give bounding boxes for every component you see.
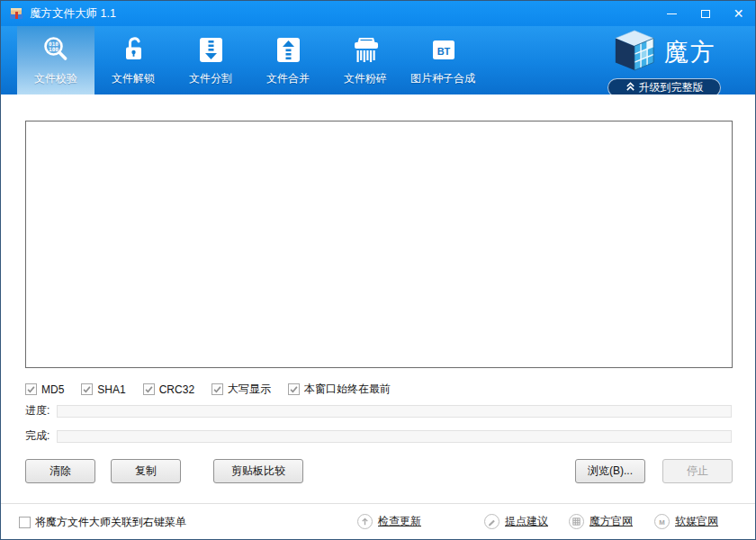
tab-file-split[interactable]: 文件分割 (172, 26, 249, 94)
checkbox-label: 大写显示 (228, 382, 271, 397)
checkbox-md5[interactable]: MD5 (25, 383, 64, 396)
close-icon: ✕ (734, 7, 744, 20)
minimize-icon (667, 14, 677, 14)
tab-label: 文件分割 (189, 71, 232, 86)
svg-text:M: M (659, 518, 664, 526)
check-mark (146, 387, 152, 392)
copy-button[interactable]: 复制 (111, 459, 181, 483)
check-mark (291, 387, 297, 392)
checkbox-always-on-top[interactable]: 本窗口始终在最前 (288, 382, 391, 397)
checkbox-sha1[interactable]: SHA1 (81, 383, 125, 396)
checkbox-crc32[interactable]: CRC32 (143, 383, 194, 396)
link-label: 提点建议 (505, 514, 548, 529)
link-label: 检查更新 (378, 514, 421, 529)
tool-tabs: 010 100 文件校验 文件解锁 (17, 26, 482, 94)
associate-context-menu-checkbox[interactable]: 将魔方文件大师关联到右键菜单 (19, 515, 186, 530)
tab-image-seed[interactable]: BT 图片种子合成 (404, 26, 482, 94)
window-controls: ✕ (655, 1, 755, 26)
checkbox-box (288, 383, 300, 395)
checkbox-label: 本窗口始终在最前 (304, 382, 391, 397)
split-zipper-down-icon (195, 32, 226, 68)
check-update-link[interactable]: 检查更新 (357, 514, 421, 529)
complete-bar (57, 430, 732, 443)
tab-file-merge[interactable]: 文件合并 (249, 26, 327, 94)
clear-button[interactable]: 清除 (25, 459, 95, 483)
app-window: 魔方文件大师 1.1 ✕ 010 100 文件校验 (0, 0, 756, 540)
file-checksum-list[interactable] (25, 121, 733, 368)
unlock-padlock-icon (118, 32, 148, 68)
checkbox-box (143, 383, 155, 395)
checksum-magnifier-icon: 010 100 (40, 32, 71, 68)
progress-bar (57, 405, 732, 418)
maximize-button[interactable] (688, 1, 722, 26)
checkbox-label: SHA1 (97, 383, 125, 396)
statusbar: 将魔方文件大师关联到右键菜单 检查更新 提点建议 魔方官网 M 软媒官网 (1, 503, 755, 539)
check-mark (214, 387, 220, 392)
minimize-button[interactable] (655, 1, 688, 26)
maximize-icon (701, 10, 710, 18)
progress-label: 进度: (25, 403, 57, 418)
double-chevron-up-icon (626, 81, 635, 94)
check-mark (84, 387, 90, 392)
checkbox-label: 将魔方文件大师关联到右键菜单 (35, 515, 186, 530)
complete-label: 完成: (25, 428, 57, 444)
browse-button[interactable]: 浏览(B)... (575, 459, 645, 483)
tab-file-checksum[interactable]: 010 100 文件校验 (17, 26, 94, 94)
app-icon (9, 6, 23, 21)
svg-text:100: 100 (49, 46, 58, 52)
clipboard-compare-button[interactable]: 剪贴板比较 (213, 459, 303, 483)
bt-badge-icon: BT (428, 32, 458, 68)
brand-logo-text: 魔方 (664, 36, 716, 68)
link-label: 魔方官网 (590, 514, 633, 529)
stop-button[interactable]: 停止 (662, 459, 733, 483)
tab-label: 文件解锁 (112, 71, 155, 86)
main-panel: MD5 SHA1 CRC32 大写显示 本窗口始终在最前 进度: (1, 94, 755, 503)
tab-label: 文件粉碎 (344, 71, 387, 86)
shredder-icon (350, 32, 381, 68)
tab-file-unlock[interactable]: 文件解锁 (94, 26, 172, 94)
progress-row: 进度: (25, 404, 732, 418)
brand-area: 魔方 升级到完整版 (606, 28, 723, 97)
checkbox-label: CRC32 (159, 383, 194, 396)
ruanmei-site-link[interactable]: M 软媒官网 (654, 514, 718, 529)
complete-row: 完成: (25, 429, 732, 443)
tab-label: 文件合并 (266, 71, 310, 86)
tab-label: 文件校验 (34, 71, 77, 86)
suggestion-link[interactable]: 提点建议 (484, 514, 548, 529)
checkbox-label: MD5 (41, 383, 64, 396)
upgrade-label: 升级到完整版 (639, 80, 704, 95)
suggestion-pencil-icon (484, 514, 500, 529)
checksum-options: MD5 SHA1 CRC32 大写显示 本窗口始终在最前 (25, 382, 391, 397)
mofang-site-link[interactable]: 魔方官网 (569, 514, 633, 529)
titlebar: 魔方文件大师 1.1 ✕ (1, 1, 755, 26)
checkbox-box (25, 383, 37, 395)
checkbox-box (212, 383, 223, 395)
window-title: 魔方文件大师 1.1 (30, 6, 655, 22)
checkbox-box (81, 383, 93, 395)
tab-label: 图片种子合成 (410, 71, 475, 86)
link-label: 软媒官网 (675, 514, 718, 529)
checkbox-uppercase[interactable]: 大写显示 (212, 382, 271, 397)
mofang-cube-logo (612, 28, 657, 76)
check-mark (28, 387, 34, 392)
merge-zipper-up-icon (273, 32, 303, 68)
toolbar: 010 100 文件校验 文件解锁 (1, 26, 755, 94)
svg-text:BT: BT (437, 46, 451, 57)
mofang-grid-icon (569, 514, 584, 529)
checkbox-box (19, 517, 31, 528)
close-button[interactable]: ✕ (722, 1, 755, 26)
tab-file-shred[interactable]: 文件粉碎 (327, 26, 404, 94)
update-arrow-icon (357, 514, 373, 529)
ruanmei-m-icon: M (654, 514, 670, 529)
